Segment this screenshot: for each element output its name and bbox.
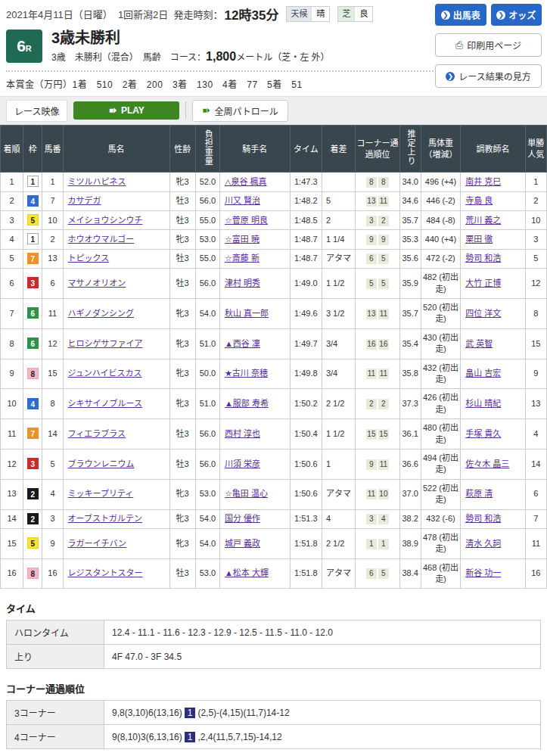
horse-name-cell: マサノオリオン	[63, 269, 169, 299]
margin: 1 1/2	[322, 419, 355, 450]
trainer-link[interactable]: 杉山 晴紀	[465, 399, 501, 408]
video-camera-icon: ■🞂	[202, 107, 210, 114]
horse-name-link[interactable]: ヒロシゲサファイア	[68, 339, 143, 348]
trainer-link[interactable]: 勢司 和浩	[465, 514, 501, 523]
jockey-link[interactable]: ☆菅原 明良	[225, 216, 268, 225]
result-row: 5713トピックス牡355.0☆斎藤 新1:48.7アタマ6535.6472 (…	[1, 249, 547, 268]
trainer-link[interactable]: 手塚 貴久	[465, 429, 501, 438]
weather-label: 天候	[287, 7, 311, 21]
horse-name-link[interactable]: ハギノダンシング	[68, 309, 135, 318]
patrol-video-button[interactable]: ■🞂 全周パトロール	[192, 100, 287, 122]
trainer-link[interactable]: 新谷 功一	[465, 568, 501, 577]
column-header: 調教師名	[461, 126, 526, 173]
trainer-link[interactable]: 寺島 良	[465, 196, 493, 205]
sex-age: 牝3	[169, 528, 195, 558]
trainer-link[interactable]: 四位 洋文	[465, 309, 501, 318]
trainer-link[interactable]: 南井 克巳	[465, 177, 501, 186]
horse-number: 2	[42, 230, 63, 249]
trainer-link[interactable]: 勢司 和浩	[465, 254, 501, 263]
carried-weight: 54.0	[195, 509, 219, 528]
horse-name-link[interactable]: シキサイノブルース	[68, 399, 142, 408]
trainer-link[interactable]: 畠山 吉宏	[465, 369, 501, 378]
horse-name-link[interactable]: カサデガ	[68, 196, 101, 205]
margin: 2	[322, 211, 355, 230]
jockey-link[interactable]: 津村 明秀	[225, 278, 260, 288]
horse-name-link[interactable]: ジュンハイビスカス	[68, 369, 142, 378]
winner-highlight: 1	[185, 708, 196, 718]
horse-name-link[interactable]: ブラウンレニウム	[68, 459, 135, 468]
corner-position-badge: 6	[366, 254, 377, 264]
prize-money-line: 本賞金（万円）1着 510 2着 200 3着 130 4着 77 5着 51	[6, 77, 434, 96]
jockey-link[interactable]: 川又 賢治	[225, 196, 260, 205]
trainer-link[interactable]: 荒川 義之	[465, 216, 501, 225]
jockey-link[interactable]: ★古川 奈穂	[225, 369, 268, 378]
horse-name-link[interactable]: ラガーイチバン	[68, 539, 127, 548]
furlong-time-value: 12.4 - 11.1 - 11.6 - 12.3 - 12.9 - 12.5 …	[104, 621, 541, 645]
trainer-link[interactable]: 清水 久詞	[465, 539, 501, 548]
jockey-link[interactable]: ☆斎藤 新	[225, 254, 260, 263]
jockey-link[interactable]: 川須 栄彦	[225, 459, 260, 468]
trainer-link[interactable]: 萩原 清	[465, 489, 493, 498]
sex-age: 牝3	[169, 299, 195, 329]
odds-label: オッズ	[508, 8, 536, 21]
result-row: 8612ヒロシゲサファイア牝351.0▲西谷 凜1:49.73/4161635.…	[1, 328, 547, 359]
horse-body-weight: 520 (初出走)	[421, 299, 460, 329]
results-tbody: 111ミツルハピネス牝352.0△泉谷 楓真1:47.38834.0496 (+…	[1, 173, 547, 589]
entry-table-button[interactable]: ❯ 出馬表	[435, 4, 486, 26]
bracket-cell: 4	[23, 389, 42, 419]
print-page-button[interactable]: ⎙ 印刷用ページ	[435, 33, 542, 57]
jockey-link[interactable]: 城戸 義政	[225, 539, 260, 548]
horse-name-cell: ジュンハイビスカス	[63, 359, 169, 389]
jockey-cell: 川須 栄彦	[219, 449, 290, 479]
jockey-link[interactable]: 国分 優作	[225, 514, 260, 523]
corner-positions: 911	[356, 449, 399, 479]
win-popularity: 5	[525, 249, 546, 268]
margin: 4	[322, 509, 355, 528]
trainer-link[interactable]: 佐々木 晶三	[465, 459, 509, 468]
corner-positions: 32	[356, 211, 399, 230]
bracket-cell: 2	[23, 509, 42, 528]
margin: アタマ	[322, 558, 355, 589]
trainer-link[interactable]: 武 英智	[465, 339, 493, 348]
horse-name-link[interactable]: ホウオウマルゴー	[68, 235, 135, 244]
how-to-read-button[interactable]: ❯ レース結果の見方	[435, 64, 542, 88]
corner3-post: (2,5)-(4,15)(11,7)14-12	[197, 708, 289, 718]
jockey-link[interactable]: ▲松本 大輝	[225, 568, 269, 577]
jockey-link[interactable]: ☆亀田 温心	[225, 489, 268, 498]
horse-name-link[interactable]: フィエラブラス	[68, 429, 126, 438]
jockey-link[interactable]: ▲服部 寿希	[225, 399, 269, 408]
horse-body-weight: 522 (初出走)	[421, 479, 460, 509]
play-button[interactable]: ■🞂 PLAY	[73, 101, 179, 120]
corner-position-badge: 1	[366, 539, 377, 549]
horse-name-link[interactable]: ミッキープリティ	[68, 489, 134, 498]
trainer-cell: 勢司 和浩	[461, 249, 526, 268]
horse-name-link[interactable]: ミツルハピネス	[68, 177, 126, 186]
jockey-link[interactable]: 西村 淳也	[225, 429, 260, 438]
horse-number: 7	[42, 191, 63, 210]
horse-name-link[interactable]: マサノオリオン	[68, 278, 126, 288]
jockey-link[interactable]: ▲西谷 凜	[225, 339, 260, 348]
corner-positions: 65	[356, 249, 399, 268]
patrol-label: 全周パトロール	[214, 104, 278, 117]
horse-name-link[interactable]: メイショウシンウチ	[68, 216, 143, 225]
odds-button[interactable]: ❯ オッズ	[491, 4, 542, 26]
jockey-link[interactable]: ☆富田 暁	[225, 235, 260, 244]
turf-condition-value: 良	[354, 7, 372, 21]
race-video-tab[interactable]: レース映像	[6, 100, 67, 122]
carried-weight: 54.0	[195, 299, 219, 329]
trainer-cell: 寺島 良	[461, 191, 526, 210]
trainer-link[interactable]: 栗田 徹	[465, 235, 493, 244]
sex-age: 牝3	[169, 359, 195, 389]
column-header: 枠	[23, 126, 42, 173]
horse-body-weight: 430 (初出走)	[421, 328, 460, 359]
trainer-link[interactable]: 大竹 正博	[465, 278, 501, 288]
carried-weight: 55.0	[195, 211, 219, 230]
corner-section-heading: コーナー通過順位	[6, 681, 541, 695]
horse-name-link[interactable]: オーブストガルテン	[68, 514, 142, 523]
horse-name-link[interactable]: トピックス	[68, 254, 110, 263]
jockey-link[interactable]: △泉谷 楓真	[225, 177, 267, 186]
bracket-number-badge: 8	[27, 368, 39, 379]
jockey-link[interactable]: 秋山 真一郎	[225, 309, 269, 318]
estimated-last-3f: 35.9	[399, 269, 421, 299]
horse-name-link[interactable]: レジスタントスター	[68, 568, 143, 577]
